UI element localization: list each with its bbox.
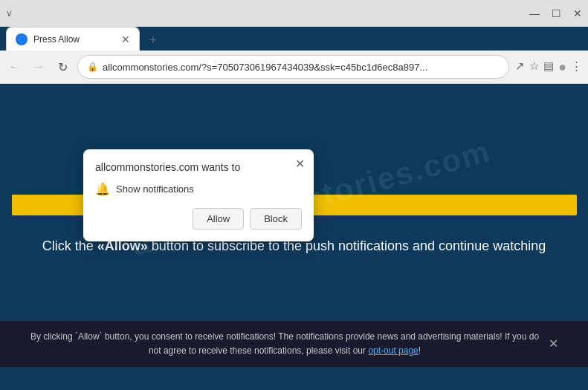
title-bar: ∨ — ☐ ✕ (0, 0, 588, 27)
url-bar[interactable]: 🔒 allcommonstories.com/?s=70507306196743… (77, 55, 509, 79)
banner-text: By clicking `Allow` button, you consent … (30, 330, 540, 358)
popup-buttons: Allow Block (95, 208, 302, 230)
forward-button[interactable]: → (30, 60, 48, 74)
bell-icon: 🔔 (95, 182, 110, 196)
popup-notification-label: Show notifications (116, 183, 194, 195)
maximize-button[interactable]: ☐ (552, 7, 561, 19)
url-text: allcommonstories.com/?s=7050730619674340… (103, 62, 500, 73)
close-button[interactable]: ✕ (573, 7, 582, 19)
back-button[interactable]: ← (6, 60, 24, 74)
popup-notification-row: 🔔 Show notifications (95, 182, 302, 196)
block-button[interactable]: Block (250, 208, 302, 230)
bookmark-icon[interactable]: ☆ (529, 59, 539, 75)
menu-icon[interactable]: ⋮ (571, 59, 582, 75)
chevron-down-icon: ∨ (6, 8, 13, 19)
page-area: ✕ allcommonstories.com wants to 🔔 Show n… (0, 84, 588, 367)
banner-text-after-link: ! (419, 345, 421, 356)
opt-out-link[interactable]: opt-out page (368, 345, 418, 356)
title-bar-left: ∨ (6, 8, 13, 19)
minimize-button[interactable]: — (529, 7, 540, 19)
window-controls: — ☐ ✕ (529, 7, 582, 19)
tab-favicon: 🌀 (16, 33, 28, 45)
banner-close-button[interactable]: ✕ (549, 337, 558, 351)
reader-mode-icon[interactable]: ▤ (543, 59, 554, 75)
refresh-button[interactable]: ↻ (54, 60, 71, 74)
tab-title: Press Allow (33, 34, 115, 45)
share-icon[interactable]: ↗ (515, 59, 525, 75)
browser-chrome: ∨ — ☐ ✕ 🌀 Press Allow ✕ + ← → ↻ 🔒 allcom… (0, 0, 588, 84)
popup-domain-text: allcommonstories.com wants to (95, 161, 302, 173)
popup-close-button[interactable]: ✕ (295, 157, 305, 171)
permission-popup: ✕ allcommonstories.com wants to 🔔 Show n… (83, 149, 314, 241)
profile-icon[interactable]: ● (558, 59, 566, 75)
banner-text-before-link: By clicking `Allow` button, you consent … (30, 331, 539, 356)
allow-button[interactable]: Allow (193, 208, 244, 230)
bottom-banner: By clicking `Allow` button, you consent … (0, 321, 588, 367)
lock-icon: 🔒 (87, 62, 98, 72)
new-tab-button[interactable]: + (143, 30, 164, 51)
tab-bar: 🌀 Press Allow ✕ + (0, 27, 588, 51)
url-actions: ↗ ☆ ▤ ● ⋮ (515, 59, 582, 75)
tab-close-button[interactable]: ✕ (121, 34, 130, 45)
active-tab[interactable]: 🌀 Press Allow ✕ (6, 27, 140, 51)
address-bar: ← → ↻ 🔒 allcommonstories.com/?s=70507306… (0, 51, 588, 84)
